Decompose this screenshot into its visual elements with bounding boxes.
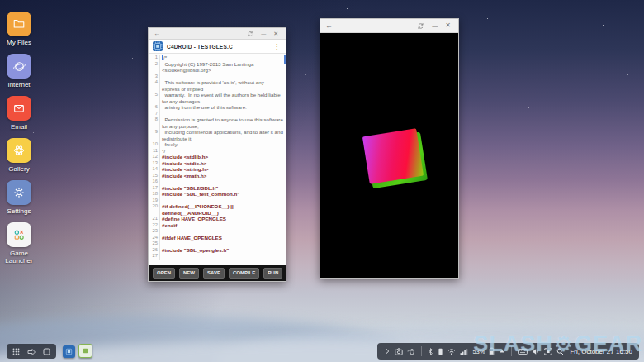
close-icon[interactable]: ✕ [273, 31, 278, 36]
code-line: 6 arising from the use of this software. [149, 104, 286, 111]
desktop-icon-game-launcher[interactable]: Game Launcher [0, 222, 38, 264]
code-text: #if defined(__IPHONEOS__) || defined(__A… [162, 203, 286, 216]
code-text: #include <math.h> [162, 173, 286, 179]
editor-compile-button[interactable]: COMPILE [229, 268, 259, 279]
code-line: 3 [149, 74, 286, 80]
c4droid-window: ← — ✕ C4DROID - TESTGLES.C ⋮ 1/*2 Copyri… [148, 27, 286, 282]
camera-icon[interactable] [395, 348, 403, 355]
minimize-icon[interactable]: — [261, 31, 266, 36]
search-icon[interactable] [556, 348, 564, 355]
mouse-icon[interactable] [407, 348, 415, 355]
line-number: 13 [149, 160, 160, 167]
code-line: 26#include "SDL_opengles.h" [149, 247, 286, 254]
line-number: 7 [149, 111, 160, 117]
stars-decoration [0, 0, 1, 1]
email-icon [7, 96, 31, 121]
code-text: #endif [162, 222, 286, 229]
code-text [162, 74, 286, 80]
code-text: #include <stdlib.h> [162, 154, 286, 160]
desktop-icon-email[interactable]: Email [0, 96, 38, 131]
window-title: C4DROID - TESTGLES.C [167, 44, 272, 50]
recents-icon[interactable] [27, 348, 36, 355]
desktop-icon-label: Gallery [8, 165, 29, 173]
tray-separator [511, 346, 512, 356]
editor-toolbar: OPENNEWSAVECOMPILERUN [149, 265, 286, 281]
desktop: My FilesInternetEmailGallerySettingsGame… [0, 0, 644, 362]
line-number: 27 [149, 253, 160, 260]
editor-scrollbar[interactable] [284, 55, 286, 64]
close-icon[interactable]: ✕ [445, 22, 451, 29]
phone-icon[interactable] [438, 348, 443, 355]
desktop-icon-my-files[interactable]: My Files [0, 12, 38, 46]
rotate-icon[interactable] [417, 22, 424, 30]
keyboard-icon[interactable] [518, 348, 528, 355]
code-text [162, 179, 286, 185]
code-text [162, 111, 286, 117]
apps-grid-icon[interactable] [12, 348, 20, 355]
taskbar-running-sdl-app[interactable] [78, 344, 92, 358]
taskbar: 53% Fri, October 27 16:50 [0, 341, 644, 362]
code-text: Copyright (C) 1997-2013 Sam Lantinga <sl… [162, 61, 286, 74]
desktop-icon-label: Game Launcher [0, 250, 38, 264]
code-editor-area[interactable]: 1/*2 Copyright (C) 1997-2013 Sam Lanting… [149, 54, 286, 265]
back-icon[interactable]: ← [154, 30, 160, 37]
line-number: 14 [149, 166, 160, 173]
editor-run-button[interactable]: RUN [263, 268, 282, 279]
c4droid-titlebar[interactable]: ← — ✕ [149, 28, 286, 40]
code-text: including commercial applications, and t… [162, 129, 286, 141]
internet-icon [7, 54, 31, 79]
desktop-icon-settings[interactable]: Settings [0, 180, 38, 215]
code-text: /* [162, 55, 286, 61]
line-number: 21 [149, 216, 160, 222]
taskbar-nav-pill [7, 344, 56, 359]
volume-icon[interactable] [532, 348, 540, 355]
battery-icon[interactable] [489, 347, 495, 355]
line-number: 1 [149, 55, 160, 61]
taskbar-tray-pill: 53% Fri, October 27 16:50 [377, 343, 639, 360]
line-number: 4 [149, 79, 160, 92]
line-number: 25 [149, 241, 160, 247]
tray-separator [421, 346, 422, 356]
line-number: 19 [149, 198, 160, 204]
code-line: 16 [149, 179, 286, 185]
overflow-menu-icon[interactable]: ⋮ [272, 43, 282, 50]
taskbar-running-c4droid[interactable] [63, 345, 75, 358]
expand-chevron-icon[interactable] [384, 348, 391, 355]
tray-caret-icon[interactable] [499, 349, 505, 354]
desktop-icon-internet[interactable]: Internet [0, 54, 38, 88]
sdl-gles-titlebar[interactable]: ← — ✕ [320, 19, 458, 33]
code-text: warranty. In no event will the authors b… [162, 92, 286, 104]
line-number: 26 [149, 247, 160, 254]
editor-new-button[interactable]: NEW [179, 268, 199, 279]
line-number: 23 [149, 228, 160, 235]
wifi-icon[interactable] [447, 348, 456, 355]
line-number: 18 [149, 191, 160, 198]
minimize-icon[interactable]: — [432, 23, 438, 29]
home-icon[interactable] [43, 348, 50, 355]
editor-open-button[interactable]: OPEN [153, 268, 175, 279]
code-line: 11*/ [149, 148, 286, 155]
taskbar-clock[interactable]: Fri, October 27 16:50 [570, 348, 632, 355]
editor-save-button[interactable]: SAVE [203, 268, 225, 279]
c4droid-app-icon [153, 41, 163, 51]
code-line: 21#define HAVE_OPENGLES [149, 216, 286, 222]
signal-icon[interactable] [460, 348, 468, 355]
code-line: 19 [149, 198, 286, 204]
screen-fit-icon[interactable] [544, 348, 552, 355]
back-icon[interactable]: ← [325, 21, 333, 30]
bluetooth-icon[interactable] [428, 348, 433, 355]
gles-color-cube [362, 128, 424, 184]
desktop-icon-gallery[interactable]: Gallery [0, 138, 38, 173]
rotate-icon[interactable] [247, 31, 253, 37]
game-launcher-icon [7, 222, 31, 247]
line-number: 17 [149, 185, 160, 192]
code-text: #include "SDL_opengles.h" [162, 247, 286, 254]
code-line: 13#include <stdio.h> [149, 160, 286, 167]
c4droid-appbar: C4DROID - TESTGLES.C ⋮ [149, 40, 286, 54]
code-line: 9 including commercial applications, and… [149, 129, 286, 141]
line-number: 10 [149, 141, 160, 148]
line-number: 22 [149, 222, 160, 229]
gles-render-surface [320, 33, 458, 278]
code-line: 5 warranty. In no event will the authors… [149, 92, 286, 104]
line-number: 11 [149, 148, 160, 155]
